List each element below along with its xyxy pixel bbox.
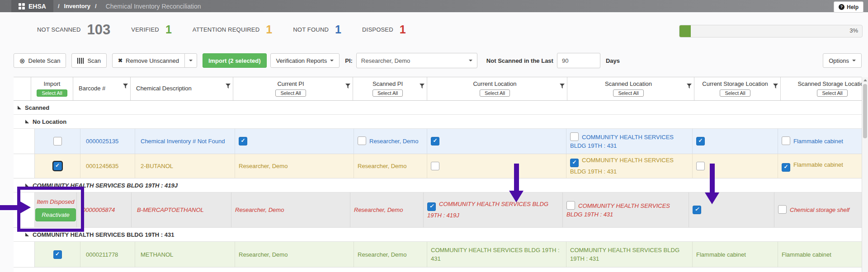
select-all-current-storage-button[interactable]: Select All	[720, 89, 750, 97]
current-location-checkbox[interactable]	[427, 202, 436, 211]
stat-attention-required: ATTENTION REQUIRED 1	[193, 24, 272, 35]
row-indent	[14, 154, 35, 178]
collapse-icon[interactable]	[18, 106, 21, 109]
stat-disposed: DISPOSED 1	[362, 24, 406, 35]
current-pi-checkbox[interactable]	[239, 137, 247, 145]
filter-icon[interactable]	[420, 83, 425, 90]
column-header-scanned-pi: Scanned PI Select All	[353, 77, 427, 100]
current-location-cell	[427, 154, 566, 178]
barcode-link[interactable]: 0001245635	[86, 163, 118, 169]
scanned-storage-checkbox[interactable]	[782, 136, 790, 145]
stat-not-scanned: NOT SCANNED 103	[37, 23, 110, 37]
table-row-0000025135: 0000025135 Chemical Inventory # Not Foun…	[14, 129, 862, 154]
status-counters: NOT SCANNED 103 VERIFIED 1 ATTENTION REQ…	[37, 23, 406, 37]
import-checkbox[interactable]	[53, 137, 62, 145]
import-checkbox[interactable]	[53, 250, 62, 259]
remove-unscanned-dropdown-button[interactable]	[184, 53, 197, 68]
current-storage-checkbox[interactable]	[693, 206, 701, 214]
current-storage-cell	[689, 192, 774, 227]
barcode-link[interactable]: 0000211778	[86, 251, 118, 258]
remove-unscanned-button[interactable]: ✖ Remove Unscanned	[112, 53, 185, 68]
filter-icon[interactable]	[345, 83, 350, 90]
scanned-storage-cell: Flammable cabinet	[778, 129, 868, 154]
scanned-location-checkbox[interactable]	[570, 132, 579, 141]
current-storage-checkbox[interactable]	[696, 162, 705, 170]
scanned-pi-cell: Researcher, Demo	[354, 154, 427, 178]
expander-column-header	[14, 77, 31, 100]
options-button[interactable]: Options	[823, 53, 862, 68]
barcode-cell: 0000211778	[80, 242, 135, 267]
verification-reports-button[interactable]: Verification Reports	[270, 53, 340, 68]
scanned-storage-checkbox[interactable]	[782, 163, 790, 172]
vertical-scrollbar[interactable]	[862, 77, 868, 272]
group-row-not-scanned: Not Scanned	[14, 267, 862, 272]
current-pi-cell: Researcher, Demo	[235, 154, 354, 178]
select-all-scanned-storage-button[interactable]: Select All	[817, 89, 847, 97]
chemical-description-cell: Chemical Inventory # Not Found	[135, 129, 235, 154]
barcode-link[interactable]: 0000005874	[82, 206, 115, 213]
help-button[interactable]: ? Help	[834, 1, 863, 13]
current-pi-cell: Researcher, Demo	[235, 242, 354, 267]
current-storage-checkbox[interactable]	[696, 137, 705, 145]
current-location-checkbox[interactable]	[431, 137, 439, 145]
reconciliation-grid: Import Select All Barcode # Chemical Des…	[14, 77, 862, 272]
scanned-location-checkbox[interactable]	[570, 159, 579, 167]
disposed-count: 1	[400, 24, 406, 35]
annotation-arrow-down-scanned-location-stem	[514, 164, 519, 191]
scanned-pi-checkbox[interactable]	[358, 136, 366, 145]
filter-icon[interactable]	[687, 83, 692, 90]
scrollbar-thumb[interactable]	[863, 84, 867, 138]
breadcrumb-inventory[interactable]: Inventory	[64, 3, 91, 9]
barcode-link[interactable]: 0000025135	[86, 138, 118, 145]
scanned-storage-cell: Flammable cabinet	[778, 154, 868, 178]
scrollbar-up-arrow-icon[interactable]	[863, 79, 867, 81]
not-scanned-in-last-label: Not Scanned in the Last	[486, 57, 553, 64]
table-row-0001245635: 0001245635 2-BUTANOL Researcher, Demo Re…	[14, 154, 862, 178]
scan-button[interactable]: Scan	[71, 53, 107, 68]
filter-icon[interactable]	[226, 83, 231, 90]
top-bar: EHSA / Inventory / Chemical Inventory Re…	[0, 0, 868, 12]
stat-verified: VERIFIED 1	[131, 24, 171, 35]
select-all-scanned-pi-button[interactable]: Select All	[373, 89, 403, 97]
import-cell	[35, 242, 80, 267]
x-icon: ✖	[118, 57, 123, 64]
select-all-current-location-button[interactable]: Select All	[480, 89, 510, 97]
brand-label: EHSA	[28, 3, 46, 10]
filter-icon[interactable]	[773, 83, 778, 90]
filter-icon[interactable]	[560, 83, 565, 90]
app-brand[interactable]: EHSA	[11, 0, 53, 12]
scanned-location-checkbox[interactable]	[566, 201, 575, 210]
import-checkbox[interactable]	[53, 162, 62, 170]
scanned-storage-checkbox[interactable]	[778, 205, 787, 214]
days-label: Days	[606, 57, 620, 64]
group-row-no-location: No Location	[14, 115, 862, 129]
group-row-bldg-419j: COMMUNITY HEALTH SERVICES BLDG 19TH : 41…	[14, 178, 862, 192]
pi-select[interactable]: Researcher, Demo	[356, 53, 477, 68]
days-input[interactable]	[557, 53, 600, 68]
reconciliation-progress-bar: 3%	[679, 25, 863, 38]
select-all-import-button[interactable]: Select All	[37, 89, 67, 97]
table-row-0000211778: 0000211778 METHANOL Researcher, Demo Res…	[14, 242, 862, 267]
collapse-icon[interactable]	[25, 233, 29, 236]
scanned-location-cell: COMMUNITY HEALTH SERVICES BLDG 19TH : 43…	[563, 192, 689, 227]
current-location-checkbox[interactable]	[431, 162, 439, 170]
attention-required-count: 1	[266, 24, 272, 35]
chemical-description-cell: B-MERCAPTOETHANOL	[132, 192, 231, 227]
collapse-icon[interactable]	[25, 120, 29, 123]
select-all-current-pi-button[interactable]: Select All	[275, 89, 306, 97]
scanned-location-cell: COMMUNITY HEALTH SERVICES BLDG 19TH : 43…	[566, 129, 693, 154]
delete-scan-button[interactable]: ⊗ Delete Scan	[14, 53, 66, 68]
select-all-scanned-location-button[interactable]: Select All	[613, 89, 643, 97]
chevron-down-icon	[189, 60, 193, 61]
filter-icon[interactable]	[123, 83, 128, 90]
import-button[interactable]: Import (2 selected)	[203, 53, 267, 68]
barcode-cell: 0000005874	[77, 192, 132, 227]
question-mark-icon: ?	[839, 4, 844, 10]
column-header-scanned-location: Scanned Location Select All	[567, 77, 694, 100]
annotation-arrow-left-stem	[0, 205, 17, 210]
column-header-current-location: Current Location Select All	[427, 77, 567, 100]
row-indent	[14, 242, 35, 267]
stat-not-found: NOT FOUND 1	[293, 24, 341, 35]
scanned-location-cell: COMMUNITY HEALTH SERVICES BLDG 19TH : 43…	[566, 154, 693, 178]
toolbar: ⊗ Delete Scan Scan ✖ Remove Unscanned Im…	[14, 53, 862, 68]
